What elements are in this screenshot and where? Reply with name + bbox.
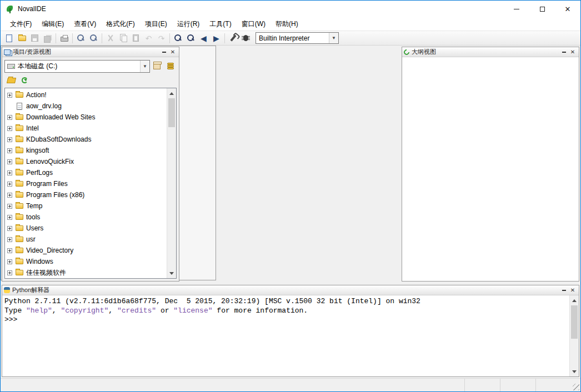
menu-item-window[interactable]: 窗口(W) <box>237 18 271 31</box>
minimize-button[interactable] <box>504 1 529 17</box>
console-scrollbar[interactable] <box>569 295 579 376</box>
expand-icon[interactable] <box>7 137 12 142</box>
tree-item[interactable]: Program Files (x86) <box>5 189 167 200</box>
undo-button[interactable]: ↶ <box>142 32 155 44</box>
save-all-button[interactable] <box>41 32 54 44</box>
scrollbar-thumb[interactable] <box>168 98 175 127</box>
tree-item[interactable]: aow_drv.log <box>5 100 167 112</box>
scroll-up-button[interactable] <box>570 295 579 305</box>
find-in-files-button[interactable] <box>87 32 100 44</box>
string-literal: "license" <box>173 306 212 315</box>
project-pane-minimize-button[interactable] <box>159 48 168 56</box>
resize-grip[interactable] <box>571 379 580 391</box>
tree-item[interactable]: Temp <box>5 200 167 212</box>
expand-icon[interactable] <box>7 248 12 253</box>
python-shell[interactable]: Python 2.7.11 (v2.7.11:6d1b6a68f775, Dec… <box>2 295 569 376</box>
close-button[interactable]: ✕ <box>555 1 580 17</box>
expand-icon[interactable] <box>7 259 12 264</box>
print-button[interactable] <box>58 32 71 44</box>
menu-item-file[interactable]: 文件(F) <box>5 18 37 31</box>
tree-item[interactable]: Downloaded Web Sites <box>5 112 167 123</box>
tree-item[interactable]: Action! <box>5 89 167 100</box>
scroll-down-button[interactable] <box>167 269 176 278</box>
expand-icon[interactable] <box>7 215 12 220</box>
tree-item[interactable]: LenovoQuickFix <box>5 156 167 167</box>
tree-item[interactable]: Program Files <box>5 178 167 189</box>
open-file-button[interactable] <box>16 32 28 44</box>
expand-icon[interactable] <box>7 126 12 131</box>
menu-item-project[interactable]: 项目(E) <box>140 18 172 31</box>
tree-item[interactable]: Intel <box>5 123 167 134</box>
menu-item-tools[interactable]: 工具(T) <box>204 18 236 31</box>
tree-item[interactable]: Users <box>5 223 167 234</box>
build-tools-button[interactable] <box>227 32 239 44</box>
navigate-back-button[interactable]: ◀ <box>197 32 210 44</box>
print-icon <box>61 37 68 42</box>
expand-icon[interactable] <box>7 170 12 175</box>
maximize-button[interactable] <box>529 1 555 17</box>
console-pane-close-button[interactable]: ✕ <box>568 287 577 294</box>
interpreter-select[interactable]: Builtin Interpreter ▼ <box>256 32 339 44</box>
tree-item-label: LenovoQuickFix <box>26 158 77 165</box>
project-pane-header[interactable]: 项目/资源视图 ✕ <box>2 47 179 57</box>
tree-item[interactable]: KDubaSoftDownloads <box>5 134 167 145</box>
scroll-down-button[interactable] <box>570 367 579 376</box>
zoom-button[interactable] <box>184 32 197 44</box>
console-prompt-line[interactable]: >>> <box>4 315 569 325</box>
scrollbar-thumb[interactable] <box>571 305 578 339</box>
expand-icon[interactable] <box>7 193 12 198</box>
project-pane-close-button[interactable]: ✕ <box>168 48 177 56</box>
tree-item[interactable]: Windows <box>5 256 167 267</box>
outline-pane-minimize-button[interactable] <box>559 48 568 56</box>
menu-item-view[interactable]: 查看(V) <box>69 18 101 31</box>
save-button[interactable] <box>28 32 41 44</box>
menu-item-help[interactable]: 帮助(H) <box>271 18 303 31</box>
drive-select[interactable]: 本地磁盘 (C:) ▼ <box>4 60 150 73</box>
menu-item-run[interactable]: 运行(R) <box>172 18 205 31</box>
tree-item[interactable]: tools <box>5 212 167 223</box>
expand-icon[interactable] <box>7 159 12 164</box>
refresh-button[interactable] <box>18 74 31 87</box>
folder-icon <box>16 214 23 220</box>
chevron-down-icon: ▼ <box>332 36 336 41</box>
tree-item[interactable]: Video_Directory <box>5 245 167 256</box>
bug-icon <box>243 35 248 41</box>
menu-item-edit[interactable]: 编辑(E) <box>37 18 69 31</box>
cut-button[interactable] <box>104 32 117 44</box>
close-icon: ✕ <box>171 49 175 55</box>
outline-pane-close-button[interactable]: ✕ <box>568 48 577 56</box>
console-pane-minimize-button[interactable] <box>559 287 568 294</box>
tree-item[interactable]: PerfLogs <box>5 167 167 178</box>
drive-list-button[interactable] <box>164 60 177 73</box>
expand-icon[interactable] <box>7 204 12 209</box>
debug-button[interactable] <box>239 32 252 44</box>
menu-item-format[interactable]: 格式化(F) <box>101 18 139 31</box>
triangle-down-icon <box>572 370 577 375</box>
expand-icon[interactable] <box>7 237 12 242</box>
search-button[interactable] <box>172 32 184 44</box>
drive-dropdown-button[interactable]: ▼ <box>140 61 149 72</box>
expand-icon[interactable] <box>7 226 12 231</box>
outline-pane-header[interactable]: 大纲视图 ✕ <box>402 47 579 57</box>
expand-icon[interactable] <box>7 270 12 275</box>
console-pane-header[interactable]: Python解释器 ✕ <box>2 285 579 295</box>
copy-button[interactable] <box>117 32 129 44</box>
navigate-forward-button[interactable]: ▶ <box>210 32 223 44</box>
expand-icon[interactable] <box>7 182 12 187</box>
paste-button[interactable] <box>129 32 142 44</box>
expand-icon[interactable] <box>7 93 12 98</box>
tree-item[interactable]: kingsoft <box>5 145 167 156</box>
scroll-up-button[interactable] <box>167 88 176 98</box>
new-file-button[interactable] <box>3 32 16 44</box>
string-literal: "help" <box>26 306 52 315</box>
goto-folder-button[interactable] <box>151 60 163 73</box>
open-folder-button[interactable] <box>5 74 18 87</box>
interpreter-dropdown-button[interactable]: ▼ <box>329 33 338 43</box>
expand-icon[interactable] <box>7 115 12 120</box>
expand-icon[interactable] <box>7 148 12 153</box>
find-button[interactable] <box>74 32 87 44</box>
tree-item[interactable]: usr <box>5 234 167 245</box>
tree-scrollbar[interactable] <box>167 88 176 278</box>
tree-item[interactable]: 佳佳视频软件 <box>5 267 167 278</box>
redo-button[interactable]: ↷ <box>155 32 168 44</box>
